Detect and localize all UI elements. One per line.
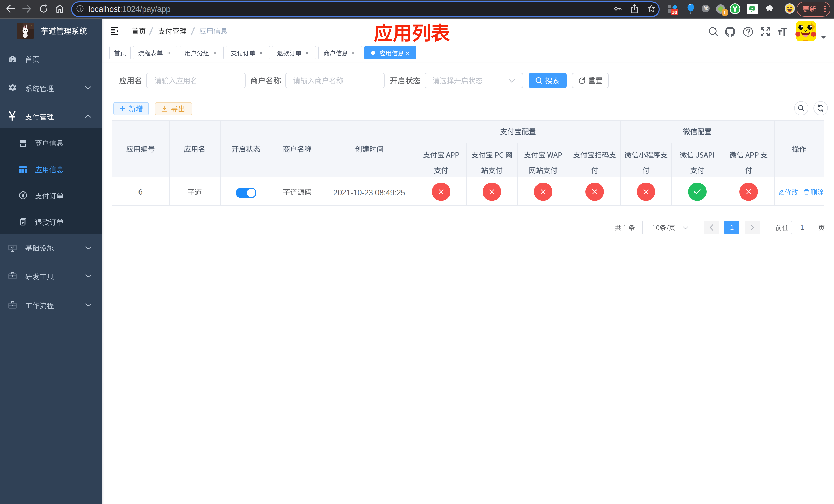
svg-text:10: 10 [672,9,677,15]
svg-text:1: 1 [723,10,726,15]
svg-text:⌘: ⌘ [703,6,708,11]
